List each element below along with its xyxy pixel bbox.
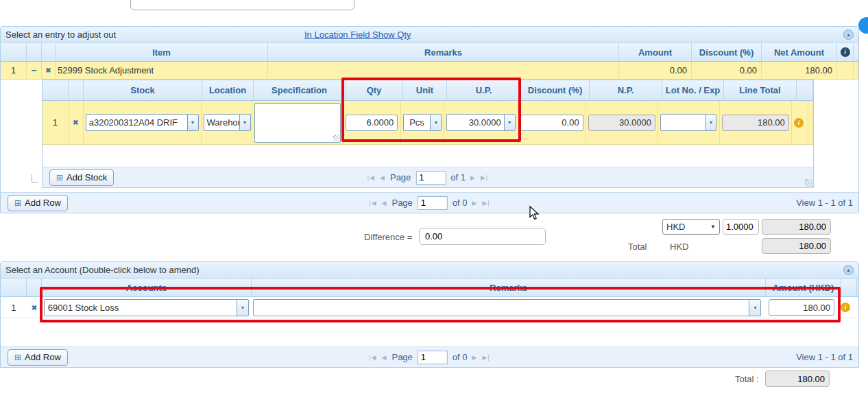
floating-button-fragment[interactable] [858,17,868,34]
stock-dropdown-icon[interactable]: ▼ [187,114,199,131]
entry-grid-header-row: Item Remarks Amount Discount (%) Net Amo… [1,43,858,62]
exchange-rate-input[interactable] [723,219,759,235]
prev-page-icon[interactable]: ◀ [382,200,387,207]
header-lot: Lot No. / Exp [662,80,724,100]
annotation-rect-account-row [40,287,841,322]
header-np: N.P. [590,80,662,100]
last-page-icon[interactable]: ▶| [481,174,488,181]
view-range-label: View 1 - 1 of 1 [796,352,853,362]
account-pager-bar: ⊞ Add Row |◀ ◀ Page of 0 ▶ ▶| View 1 - 1… [1,346,858,367]
next-page-icon[interactable]: ▶ [470,174,476,181]
header-line-discount: Discount (%) [521,80,590,100]
next-page-icon[interactable]: ▶ [472,200,478,207]
header-line-total: Line Total [724,80,797,100]
header-remarks: Remarks [268,43,619,61]
net-amount-cell[interactable]: 180.00 [762,62,837,79]
header-item: Item [56,43,268,61]
last-page-icon[interactable]: ▶| [482,200,490,207]
add-row-button[interactable]: ⊞ Add Row [8,195,68,211]
location-qty-link[interactable]: In Location Field Show Qty [304,30,411,40]
header-net-amount: Net Amount [762,43,837,61]
account-panel-title: Select an Account (Double-click below to… [5,265,200,275]
add-account-row-button[interactable]: ⊞ Add Row [8,349,68,366]
np-readonly-field [588,115,655,131]
specification-textarea[interactable] [254,103,341,143]
first-page-icon[interactable]: |◀ [369,354,376,361]
entry-page-input[interactable] [418,196,448,210]
header-stock: Stock [84,80,202,100]
remarks-cell[interactable] [268,62,619,79]
grand-total-label: Total : [735,374,759,384]
account-row-number: 1 [1,297,27,318]
annotation-rect-qty-unit-up [341,78,521,142]
location-dropdown-icon[interactable]: ▼ [239,114,251,131]
entry-panel-title: Select an entry to adjust out [5,30,116,40]
tree-corner-icon [32,174,38,183]
delete-row-icon[interactable]: ✖ [45,67,51,74]
mouse-cursor [529,206,543,221]
delete-stock-row-icon[interactable]: ✖ [73,119,78,126]
last-page-icon[interactable]: ▶| [482,354,490,361]
row-number: 1 [1,62,27,79]
note-input-fragment[interactable] [130,0,354,10]
currency-select[interactable]: HKD ▼ [662,219,720,235]
account-page-input[interactable] [418,351,448,364]
total-amount-readonly-field [762,238,831,254]
stock-row-number: 1 [43,101,69,144]
delete-account-row-icon[interactable]: ✖ [32,304,37,311]
page-label: Page [390,172,411,183]
stock-pager-bar: ⊞ Add Stock |◀ ◀ Page of 1 ▶ ▶| [43,167,813,187]
header-location: Location [202,80,254,100]
stock-row-info-icon[interactable]: i [794,118,804,128]
entry-pager-bar: ⊞ Add Row |◀ ◀ Page of 0 ▶ ▶| View 1 - 1… [1,192,858,213]
header-discount: Discount (%) [692,43,762,61]
header-specification: Specification [254,80,346,100]
account-panel-titlebar: Select an Account (Double-click below to… [1,262,858,279]
collapse-panel-icon[interactable]: ▲ [843,265,854,275]
subgrid-resize-handle[interactable] [805,179,812,187]
add-stock-button[interactable]: ⊞ Add Stock [49,169,114,186]
lot-dropdown-icon[interactable]: ▼ [705,114,716,131]
add-icon: ⊞ [14,353,21,362]
add-icon: ⊞ [56,173,63,183]
page-label: Page [391,198,412,208]
header-expand [27,43,42,61]
line-discount-input[interactable] [520,115,583,131]
view-range-label: View 1 - 1 of 1 [796,198,853,208]
prev-page-icon[interactable]: ◀ [380,174,385,181]
page: Select an entry to adjust out In Locatio… [0,0,868,400]
first-page-icon[interactable]: |◀ [367,174,375,181]
difference-label: Difference = [364,232,412,242]
difference-input[interactable] [419,228,546,245]
line-total-readonly-field [722,115,789,131]
currency-amount-readonly-field [762,219,831,235]
account-row-info-icon[interactable]: i [841,303,850,312]
collapse-panel-icon[interactable]: ▲ [843,30,854,40]
header-amount: Amount [619,43,692,61]
item-cell[interactable]: 52999 Stock Adjustment [56,62,268,79]
amount-cell[interactable]: 0.00 [619,62,692,79]
select-arrow-icon: ▼ [710,224,716,230]
page-of-label: of 1 [450,172,466,183]
page-of-label: of 0 [453,198,468,208]
account-grid-empty-area [1,318,858,346]
page-label: Page [391,352,412,362]
collapse-row-icon[interactable]: − [32,65,37,75]
page-of-label: of 0 [453,352,468,362]
stock-grid-empty-area [43,145,813,167]
prev-page-icon[interactable]: ◀ [382,354,387,361]
entry-panel-titlebar: Select an entry to adjust out In Locatio… [1,27,858,43]
location-select[interactable]: Warehouse [204,114,239,131]
discount-cell[interactable]: 0.00 [692,62,762,79]
next-page-icon[interactable]: ▶ [472,354,478,361]
grid-info-icon[interactable]: i [841,47,850,57]
grand-total-readonly-field [765,370,830,387]
stock-select[interactable]: a320200312A04 DRIF [86,114,187,131]
total-currency-label: HKD [670,242,688,252]
stock-page-input[interactable] [415,171,446,185]
lot-select[interactable] [660,114,705,131]
header-delete [42,43,56,61]
first-page-icon[interactable]: |◀ [369,200,376,207]
total-label: Total [628,242,647,252]
add-icon: ⊞ [14,198,21,208]
